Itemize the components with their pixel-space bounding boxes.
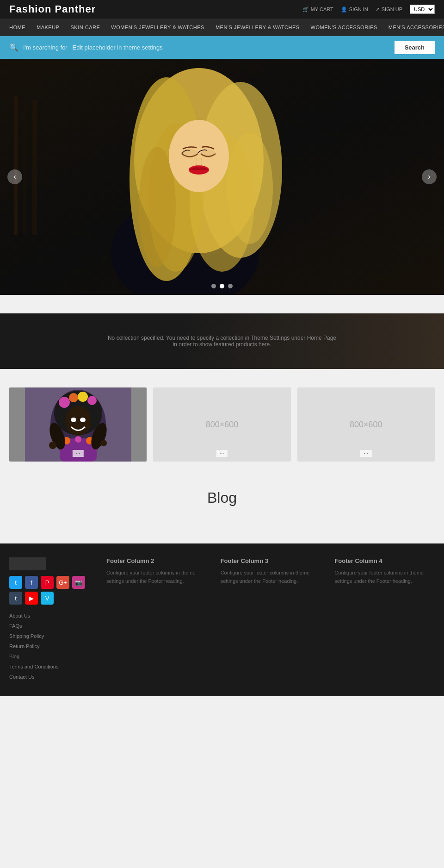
- footer-link-contact[interactable]: Contact Us: [9, 674, 34, 680]
- footer-col-4-heading: Footer Column 4: [334, 557, 435, 564]
- footer-col-3-text: Configure your footer columns in theme s…: [221, 569, 321, 585]
- featured-section: No collection specified. You need to spe…: [0, 313, 444, 369]
- spacer-1: [0, 295, 444, 313]
- nav-mens-accessories[interactable]: MEN'S ACCESSORIES: [388, 25, 444, 30]
- svg-point-35: [100, 440, 107, 446]
- svg-point-30: [75, 436, 81, 443]
- signup-link[interactable]: ↗ SIGN UP: [376, 6, 402, 12]
- footer-link-return[interactable]: Return Policy: [9, 643, 39, 649]
- footer-link-shipping[interactable]: Shipping Policy: [9, 633, 44, 639]
- footer-col-1: t f P G+ 📷 t ▶ V About Us FAQs Shipping …: [9, 557, 92, 682]
- promo-grid: ··· 800×600 ··· 800×600 ···: [0, 387, 444, 462]
- footer: t f P G+ 📷 t ▶ V About Us FAQs Shipping …: [0, 543, 444, 696]
- site-logo: Fashion Panther: [9, 3, 96, 15]
- footer-col-3: Footer Column 3 Configure your footer co…: [221, 557, 321, 682]
- promo-card-3-label: ···: [360, 450, 371, 457]
- user-icon: 👤: [341, 6, 347, 12]
- promo-card-1-label: ···: [72, 450, 83, 457]
- svg-rect-4: [32, 100, 37, 235]
- nav-makeup[interactable]: MAKEUP: [37, 25, 59, 30]
- social-twitter[interactable]: t: [9, 576, 22, 589]
- nav-womens-accessories[interactable]: WOMEN'S ACCESSORIES: [311, 25, 377, 30]
- featured-message: No collection specified. You need to spe…: [106, 335, 338, 348]
- cart-label: MY CART: [311, 6, 333, 12]
- social-tumblr[interactable]: t: [9, 592, 22, 605]
- dot-2[interactable]: [220, 284, 224, 288]
- svg-point-21: [59, 397, 70, 408]
- nav-womens-jewellery[interactable]: WOMEN'S JEWELLERY & WATCHES: [111, 25, 204, 30]
- footer-col-2-text: Configure your footer columns in theme s…: [106, 569, 207, 585]
- footer-link-faqs[interactable]: FAQs: [9, 623, 22, 629]
- nav-bar: HOME MAKEUP SKIN CARE WOMEN'S JEWELLERY …: [0, 19, 444, 36]
- blog-title: Blog: [9, 489, 435, 506]
- svg-point-13: [227, 133, 273, 244]
- footer-col-2-heading: Footer Column 2: [106, 557, 207, 564]
- cart-icon: 🛒: [302, 6, 309, 12]
- footer-link-about[interactable]: About Us: [9, 613, 30, 618]
- svg-rect-2: [14, 96, 18, 235]
- footer-col-2: Footer Column 2 Configure your footer co…: [106, 557, 207, 682]
- footer-columns: t f P G+ 📷 t ▶ V About Us FAQs Shipping …: [9, 557, 435, 682]
- social-instagram[interactable]: 📷: [72, 576, 85, 589]
- footer-links: About Us FAQs Shipping Policy Return Pol…: [9, 611, 92, 681]
- svg-point-27: [80, 418, 86, 422]
- nav-skincare[interactable]: SKIN CARE: [70, 25, 100, 30]
- svg-point-22: [69, 393, 78, 402]
- social-pinterest[interactable]: P: [41, 576, 54, 589]
- svg-point-23: [78, 392, 88, 402]
- nav-mens-jewellery[interactable]: MEN'S JEWELLERY & WATCHES: [216, 25, 300, 30]
- slider-prev-button[interactable]: ‹: [7, 169, 22, 184]
- dot-1[interactable]: [211, 284, 216, 288]
- footer-link-terms[interactable]: Terms and Conditions: [9, 664, 58, 669]
- svg-rect-3: [23, 105, 26, 235]
- top-right-actions: 🛒 MY CART 👤 SIGN IN ↗ SIGN UP USD EUR GB…: [302, 5, 435, 14]
- signup-label: SIGN UP: [382, 6, 402, 12]
- top-bar: Fashion Panther 🛒 MY CART 👤 SIGN IN ↗ SI…: [0, 0, 444, 19]
- footer-link-blog[interactable]: Blog: [9, 654, 19, 659]
- search-bar: 🔍 Search: [0, 36, 444, 59]
- nav-home[interactable]: HOME: [9, 25, 25, 30]
- svg-point-25: [65, 406, 91, 436]
- footer-col-3-heading: Footer Column 3: [221, 557, 321, 564]
- placeholder-800-2: 800×600: [350, 420, 382, 430]
- search-button[interactable]: Search: [395, 41, 435, 54]
- hero-slider: ‹ ›: [0, 59, 444, 295]
- social-facebook[interactable]: f: [25, 576, 38, 589]
- footer-col-4-text: Configure your footer columns in theme s…: [334, 569, 435, 585]
- signup-icon: ↗: [376, 6, 380, 12]
- social-youtube[interactable]: ▶: [25, 592, 38, 605]
- cart-link[interactable]: 🛒 MY CART: [302, 6, 333, 12]
- footer-col-4: Footer Column 4 Configure your footer co…: [334, 557, 435, 682]
- hero-image: [0, 59, 444, 295]
- social-vimeo[interactable]: V: [41, 592, 54, 605]
- signin-label: SIGN IN: [349, 6, 368, 12]
- search-icon: 🔍: [9, 43, 18, 52]
- slider-dots: [211, 284, 233, 288]
- promo-card-2-label: ···: [216, 450, 228, 457]
- svg-point-26: [71, 418, 76, 422]
- placeholder-800-1: 800×600: [206, 420, 239, 430]
- promo-card-2[interactable]: 800×600 ···: [153, 387, 290, 462]
- footer-logo: [9, 557, 46, 570]
- svg-point-34: [49, 442, 56, 449]
- search-input[interactable]: [23, 44, 390, 51]
- social-icons: t f P G+ 📷 t ▶ V: [9, 576, 92, 605]
- promo-card-1[interactable]: ···: [9, 387, 147, 462]
- signin-link[interactable]: 👤 SIGN IN: [341, 6, 368, 12]
- promo-card-3[interactable]: 800×600 ···: [297, 387, 435, 462]
- blog-section: Blog: [0, 480, 444, 543]
- currency-select[interactable]: USD EUR GBP: [410, 5, 435, 14]
- svg-point-14: [169, 120, 229, 192]
- svg-point-24: [87, 396, 97, 405]
- dot-3[interactable]: [228, 284, 233, 288]
- slider-next-button[interactable]: ›: [422, 169, 437, 184]
- spacer-2: [0, 369, 444, 387]
- social-google[interactable]: G+: [56, 576, 69, 589]
